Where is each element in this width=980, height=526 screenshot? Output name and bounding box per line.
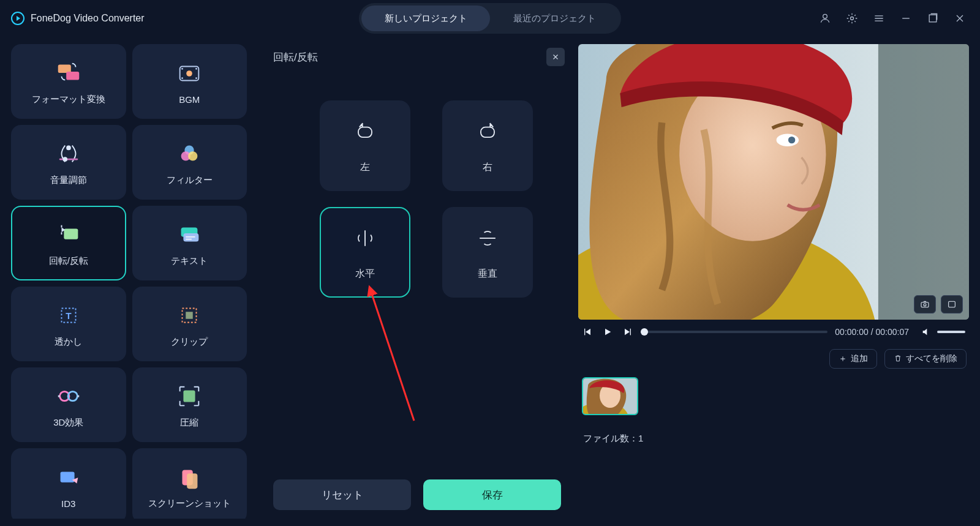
panel-close-button[interactable] [546, 48, 565, 66]
app-title: FoneDog Video Converter [31, 13, 145, 24]
svg-rect-12 [59, 158, 78, 160]
file-count-value: 1 [638, 433, 643, 443]
next-button[interactable] [621, 326, 633, 338]
remove-all-button[interactable]: すべてを削除 [884, 349, 967, 369]
rotate-flip-icon [54, 220, 83, 249]
add-clip-button[interactable]: ＋ 追加 [829, 349, 877, 369]
menu-icon[interactable] [870, 9, 888, 28]
flip-horizontal-label: 水平 [355, 268, 375, 280]
rotate-right-button[interactable]: 右 [442, 100, 533, 191]
svg-point-8 [195, 67, 197, 69]
3d-effect-icon [54, 381, 83, 411]
tool-label: ID3 [61, 498, 75, 509]
tool-label: テキスト [171, 255, 208, 267]
sidebar-scrollbar[interactable] [253, 44, 256, 519]
svg-rect-43 [584, 329, 585, 336]
svg-line-34 [371, 292, 414, 421]
svg-text:T: T [66, 310, 72, 320]
id3-icon [54, 463, 83, 492]
volume-bar[interactable] [937, 331, 965, 333]
app-logo-icon [11, 12, 24, 25]
filter-icon [175, 139, 204, 168]
reset-button[interactable]: リセット [273, 479, 411, 510]
tool-volume[interactable]: 音量調節 [11, 125, 126, 200]
fullscreen-button[interactable] [941, 295, 963, 314]
annotation-arrow [359, 280, 432, 433]
tool-watermark[interactable]: T 透かし [11, 287, 126, 361]
seek-bar[interactable] [641, 331, 827, 333]
tool-bgm[interactable]: BGM [132, 44, 247, 119]
tool-compress[interactable]: 圧縮 [132, 367, 247, 442]
flip-horizontal-icon [352, 225, 379, 254]
format-convert-icon [54, 58, 83, 88]
preview-image [578, 44, 969, 320]
tool-label: クリップ [171, 336, 208, 348]
brand: FoneDog Video Converter [11, 12, 145, 25]
tool-id3[interactable]: ID3 [11, 448, 126, 519]
volume-icon [54, 139, 83, 168]
svg-rect-36 [878, 44, 969, 320]
save-button[interactable]: 保存 [423, 479, 561, 510]
flip-horizontal-button[interactable]: 水平 [320, 207, 410, 298]
tool-label: 透かし [55, 336, 82, 348]
maximize-icon[interactable] [924, 9, 942, 28]
tool-label: 音量調節 [50, 175, 87, 186]
close-icon[interactable] [951, 9, 969, 28]
file-count: ファイル数：1 [578, 418, 969, 445]
plus-icon: ＋ [839, 353, 847, 364]
svg-rect-4 [66, 72, 79, 80]
flip-vertical-button[interactable]: 垂直 [442, 207, 533, 298]
svg-rect-3 [58, 64, 71, 72]
tool-filter[interactable]: フィルター [132, 125, 247, 200]
svg-point-13 [62, 157, 67, 162]
snapshot-button[interactable] [914, 295, 936, 314]
tool-format[interactable]: フォーマット変換 [11, 44, 126, 119]
rotate-left-button[interactable]: 左 [320, 100, 410, 191]
svg-point-16 [188, 151, 197, 160]
svg-point-41 [924, 304, 926, 306]
svg-rect-31 [187, 473, 197, 489]
text-icon [175, 220, 204, 249]
flip-vertical-icon [474, 225, 501, 254]
svg-point-38 [777, 133, 799, 146]
svg-rect-40 [921, 302, 929, 307]
svg-rect-25 [186, 312, 194, 319]
settings-icon[interactable] [843, 9, 861, 28]
tool-label: BGM [179, 94, 200, 105]
tool-text[interactable]: テキスト [132, 206, 247, 280]
window-controls [816, 9, 969, 28]
video-preview [578, 44, 969, 320]
minimize-icon[interactable] [897, 9, 915, 28]
tool-label: 圧縮 [180, 417, 198, 429]
tool-3d[interactable]: 3D効果 [11, 367, 126, 442]
tool-label: 回転/反転 [49, 255, 88, 267]
prev-button[interactable] [582, 326, 594, 338]
svg-rect-20 [186, 236, 195, 237]
panel-header: 回転/反転 [267, 44, 567, 70]
svg-rect-19 [184, 233, 199, 241]
volume-button[interactable] [920, 326, 932, 338]
clip-thumbnails [578, 375, 969, 418]
tool-screenshot[interactable]: スクリーンショット [132, 448, 247, 519]
bgm-icon [175, 59, 204, 88]
clip-thumb-1[interactable] [582, 377, 638, 415]
clip-icon [175, 301, 204, 330]
svg-point-7 [181, 67, 183, 69]
svg-rect-32 [358, 127, 372, 137]
rotate-left-icon [352, 118, 379, 148]
project-tabs: 新しいプロジェクト 最近のプロジェクト [359, 3, 621, 34]
tool-label: フォーマット変換 [32, 94, 105, 105]
svg-rect-21 [186, 238, 192, 239]
svg-point-39 [788, 137, 795, 143]
tab-recent-projects[interactable]: 最近のプロジェクト [490, 6, 619, 31]
remove-all-label: すべてを削除 [906, 353, 957, 364]
account-icon[interactable] [816, 9, 834, 28]
play-button[interactable] [601, 326, 614, 338]
tab-new-project[interactable]: 新しいプロジェクト [361, 6, 490, 31]
svg-rect-29 [60, 472, 74, 482]
titlebar: FoneDog Video Converter 新しいプロジェクト 最近のプロジ… [0, 0, 980, 37]
svg-rect-28 [184, 390, 195, 402]
rotate-flip-panel: 回転/反転 左 右 [267, 44, 567, 519]
tool-rotate-flip[interactable]: 回転/反転 [11, 206, 126, 280]
tool-clip[interactable]: クリップ [132, 287, 247, 361]
